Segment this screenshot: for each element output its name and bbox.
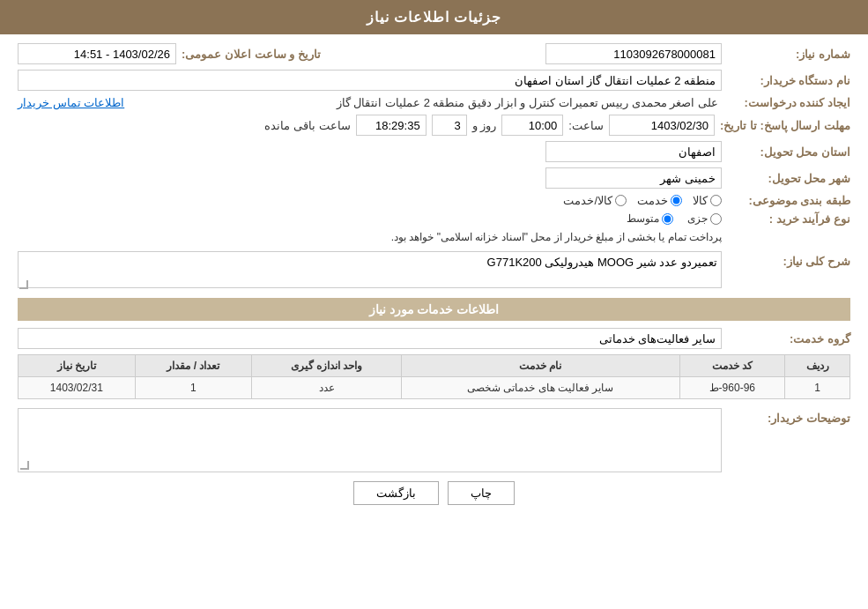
radio-motevaset[interactable]: متوسط: [627, 212, 673, 225]
rooz-label: روز و: [472, 119, 497, 132]
radio-khedmat[interactable]: خدمت: [637, 194, 682, 207]
shahr-input[interactable]: [545, 167, 722, 189]
cell-tarikh: 1403/02/31: [19, 377, 136, 399]
tabaghe-label: طبقه بندی موضوعی:: [727, 194, 850, 207]
tabaghe-radio-group: کالا خدمت کالا/خدمت: [563, 194, 722, 207]
col-vahed: واحد اندازه گیری: [252, 355, 402, 377]
bottom-buttons: چاپ بازگشت: [18, 481, 850, 505]
mande-input[interactable]: [356, 115, 427, 136]
saat-input[interactable]: [501, 115, 563, 136]
col-radif: ردیف: [785, 355, 850, 377]
services-table: ردیف کد خدمت نام خدمت واحد اندازه گیری ت…: [18, 354, 850, 399]
cell-kodKhedmat: 960-96-ط: [679, 377, 784, 399]
tosifat-label: توضیحات خریدار:: [727, 408, 850, 425]
nooe-farayand-label: نوع فرآیند خرید :: [727, 212, 850, 226]
radio-kala-khedmat-label: کالا/خدمت: [563, 194, 612, 207]
cell-namKhedmat: سایر فعالیت های خدماتی شخصی: [402, 377, 680, 399]
col-tarikh: تاریخ نیاز: [19, 355, 136, 377]
nooe-farayand-desc: پرداخت تمام یا بخشی از مبلغ خریدار از مح…: [18, 228, 722, 246]
radio-motevaset-label: متوسط: [627, 212, 659, 225]
cell-vahed: عدد: [252, 377, 402, 399]
mohlat-ersal-label: مهلت ارسال پاسخ: تا تاریخ:: [720, 119, 850, 132]
radio-kala-khedmat-input[interactable]: [615, 195, 627, 206]
nam-dastgah-input[interactable]: [18, 70, 722, 91]
radio-kala-label: کالا: [693, 194, 708, 207]
ostan-input[interactable]: [545, 141, 722, 162]
radio-kala-input[interactable]: [710, 195, 722, 206]
ijad-konande-value: علی اصغر محمدی رییس تعمیرات کنترل و ابزا…: [130, 96, 722, 109]
radio-jozi[interactable]: جزی: [687, 212, 722, 225]
back-button[interactable]: بازگشت: [353, 481, 439, 505]
tosifat-textarea[interactable]: [22, 412, 717, 465]
table-row: 1960-96-طسایر فعالیت های خدماتی شخصیعدد1…: [19, 377, 850, 399]
nam-dastgah-label: نام دستگاه خریدار:: [727, 74, 850, 87]
radio-jozi-label: جزی: [687, 212, 708, 225]
shomare-niaz-input[interactable]: [545, 43, 722, 64]
shahr-label: شهر محل تحویل:: [727, 172, 850, 185]
ijad-konande-label: ایجاد کننده درخواست:: [727, 96, 850, 109]
contact-link[interactable]: اطلاعات تماس خریدار: [18, 96, 124, 109]
page-header: جزئیات اطلاعات نیاز: [0, 0, 868, 34]
radio-khedmat-label: خدمت: [637, 194, 668, 207]
sharh-kolli-label: شرح کلی نیاز:: [727, 251, 850, 268]
sharh-kolli-textarea[interactable]: تعمیردو عدد شیر MOOG هیدرولیکی G771K200: [18, 251, 722, 288]
tarikh-aelan-input[interactable]: [18, 43, 176, 64]
cell-tedad: 1: [135, 377, 252, 399]
group-khedmat-label: گروه خدمت:: [727, 332, 850, 345]
khadamat-info-section: اطلاعات خدمات مورد نیاز: [18, 298, 850, 321]
radio-khedmat-input[interactable]: [671, 195, 682, 206]
radio-kala-khedmat[interactable]: کالا/خدمت: [563, 194, 627, 207]
shomare-niaz-label: شماره نیاز:: [727, 48, 850, 61]
group-khedmat-input[interactable]: [18, 328, 722, 349]
radio-motevaset-input[interactable]: [662, 213, 673, 225]
tarikh-aelan-label: تاریخ و ساعت اعلان عمومی:: [182, 48, 321, 61]
mande-label: ساعت باقی مانده: [264, 119, 350, 132]
cell-radif: 1: [785, 377, 850, 399]
resize-handle[interactable]: [19, 280, 28, 289]
radio-jozi-input[interactable]: [710, 213, 722, 225]
saat-label: ساعت:: [568, 119, 604, 132]
col-nam: نام خدمت: [402, 355, 680, 377]
rooz-input[interactable]: [432, 115, 467, 136]
col-kod: کد خدمت: [679, 355, 784, 377]
col-tedad: تعداد / مقدار: [135, 355, 252, 377]
tosifat-container: [18, 408, 722, 472]
print-button[interactable]: چاپ: [448, 481, 515, 505]
mohlat-date-input[interactable]: [609, 115, 715, 136]
ostan-label: استان محل تحویل:: [727, 145, 850, 159]
tosifat-resize-handle[interactable]: [20, 461, 29, 470]
radio-kala[interactable]: کالا: [693, 194, 722, 207]
